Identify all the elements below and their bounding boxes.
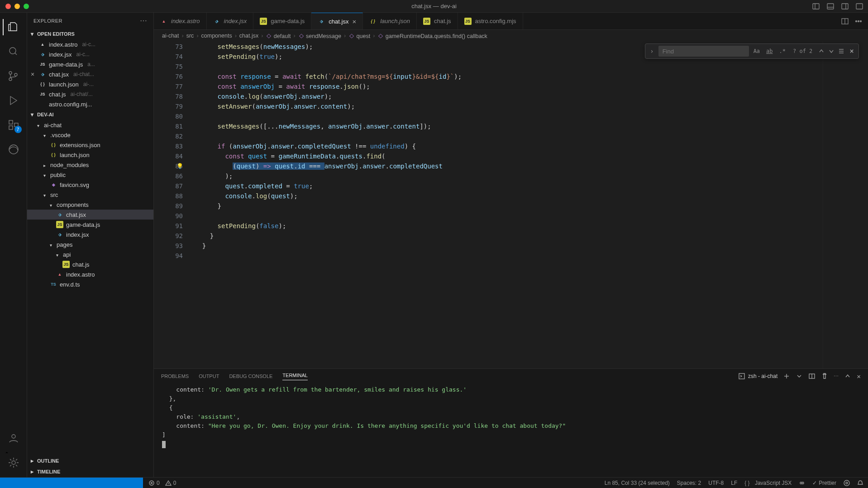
terminal-kill-icon[interactable] xyxy=(821,373,828,380)
file-item[interactable]: ◆favicon.svg xyxy=(27,180,153,190)
terminal-new-icon[interactable] xyxy=(783,373,790,380)
close-icon[interactable]: × xyxy=(352,18,356,25)
find-expand-icon[interactable]: › xyxy=(648,46,655,56)
regex-icon[interactable]: .* xyxy=(777,45,787,57)
folder-item[interactable]: ai-chat xyxy=(27,120,153,130)
terminal-dropdown-icon[interactable] xyxy=(796,373,803,380)
window-minimize[interactable] xyxy=(14,4,20,9)
close-icon[interactable]: × xyxy=(29,71,36,78)
status-encoding[interactable]: UTF-8 xyxy=(708,480,724,486)
status-prettier[interactable]: ✓ Prettier xyxy=(812,480,836,486)
extensions-view[interactable]: 7 xyxy=(3,114,24,136)
window-close[interactable] xyxy=(5,4,11,9)
status-eol[interactable]: LF xyxy=(731,480,737,486)
open-editor-item[interactable]: ▲index.astroai-c... xyxy=(27,39,153,49)
window-zoom[interactable] xyxy=(24,4,29,9)
file-item[interactable]: JSchat.js xyxy=(27,259,153,269)
editor-tab[interactable]: JSastro.config.mjs xyxy=(458,13,523,29)
minimap[interactable] xyxy=(823,42,868,368)
terminal-maximize-icon[interactable] xyxy=(844,373,851,380)
file-name: env.d.ts xyxy=(60,281,80,288)
panel-bottom-icon[interactable] xyxy=(826,2,835,10)
status-cursor[interactable]: Ln 85, Col 33 (24 selected) xyxy=(605,480,670,486)
folder-item[interactable]: node_modules xyxy=(27,160,153,170)
status-warnings[interactable]: 0 xyxy=(165,480,176,486)
panel-tab[interactable]: TERMINAL xyxy=(282,373,308,380)
accounts[interactable] xyxy=(3,427,24,449)
find-next-icon[interactable] xyxy=(828,48,835,55)
open-editor-item[interactable]: astro.config.mj... xyxy=(27,99,153,109)
find-input[interactable] xyxy=(658,46,749,57)
breadcrumb-item[interactable]: ◇ quest xyxy=(348,33,370,39)
panel-left-icon[interactable] xyxy=(812,2,820,10)
open-editor-item[interactable]: JSgame-data.jsa... xyxy=(27,59,153,69)
edge-view[interactable] xyxy=(3,139,24,160)
breadcrumb-item[interactable]: ◇ default xyxy=(266,33,291,39)
breadcrumbs[interactable]: ai-chat›src›components›chat.jsx›◇ defaul… xyxy=(154,30,868,42)
breadcrumb-item[interactable]: chat.jsx xyxy=(239,33,258,39)
editor-tab[interactable]: { }launch.json xyxy=(363,13,417,29)
editor-tab[interactable]: ⬗index.jsx xyxy=(207,13,254,29)
editor-tab[interactable]: ▲index.astro xyxy=(154,13,207,29)
breadcrumb-item[interactable]: ◇ gameRuntimeData.quests.find() callback xyxy=(377,33,487,39)
open-editor-item[interactable]: { }launch.jsonai-... xyxy=(27,79,153,89)
file-item[interactable]: { }extensions.json xyxy=(27,140,153,150)
breadcrumb-item[interactable]: ◇ sendMessage xyxy=(298,33,341,39)
open-editor-item[interactable]: ×⬗chat.jsxai-chat... xyxy=(27,69,153,79)
remote-indicator[interactable] xyxy=(0,478,143,488)
find-prev-icon[interactable] xyxy=(818,48,825,55)
match-case-icon[interactable]: Aa xyxy=(752,45,762,57)
debug-view[interactable] xyxy=(3,90,24,111)
breadcrumb-item[interactable]: components xyxy=(201,33,232,39)
editor-tab[interactable]: JSchat.js xyxy=(417,13,458,29)
panel-tab[interactable]: DEBUG CONSOLE xyxy=(229,373,272,379)
open-editor-item[interactable]: ⬗index.jsxai-c... xyxy=(27,49,153,59)
file-item[interactable]: ⬗chat.jsx xyxy=(27,210,153,220)
status-errors[interactable]: 0 xyxy=(148,480,160,486)
file-item[interactable]: { }launch.json xyxy=(27,150,153,160)
panel-tab[interactable]: OUTPUT xyxy=(199,373,219,379)
file-item[interactable]: TSenv.d.ts xyxy=(27,279,153,289)
open-editors-section[interactable]: ▾ OPEN EDITORS xyxy=(27,29,153,39)
folder-item[interactable]: api xyxy=(27,249,153,259)
terminal-shell-label[interactable]: zsh - ai-chat xyxy=(738,373,777,380)
file-item[interactable]: ⬗index.jsx xyxy=(27,230,153,239)
settings[interactable] xyxy=(3,452,24,474)
file-item[interactable]: JSgame-data.js xyxy=(27,220,153,230)
search-view[interactable] xyxy=(3,41,24,62)
layout-icon[interactable] xyxy=(855,2,863,10)
editor[interactable]: 7374757677787980818283848586878889909192… xyxy=(154,42,868,368)
terminal-output[interactable]: content: 'Dr. Owen gets a refill from th… xyxy=(154,383,868,477)
terminal-close-icon[interactable]: × xyxy=(857,373,861,380)
status-bell-icon[interactable] xyxy=(857,480,863,486)
status-language[interactable]: { } JavaScript JSX xyxy=(744,480,792,486)
explorer-view[interactable] xyxy=(3,16,24,38)
panel-right-icon[interactable] xyxy=(841,2,849,10)
folder-item[interactable]: .vscode xyxy=(27,130,153,140)
file-item[interactable]: ▲index.astro xyxy=(27,269,153,279)
code-content[interactable]: setMessages(newMessages); setPending(tru… xyxy=(195,42,823,368)
breadcrumb-item[interactable]: src xyxy=(186,33,194,39)
workspace-section[interactable]: ▾ DEV-AI xyxy=(27,109,153,120)
editor-tab[interactable]: JSgame-data.js xyxy=(253,13,311,29)
folder-item[interactable]: src xyxy=(27,190,153,200)
explorer-more-icon[interactable]: ⋯ xyxy=(140,16,148,25)
split-editor-icon[interactable] xyxy=(841,17,849,25)
breadcrumb-item[interactable]: ai-chat xyxy=(162,33,179,39)
editor-tab[interactable]: ⬗chat.jsx× xyxy=(311,13,363,29)
status-copilot[interactable] xyxy=(799,480,805,486)
more-icon[interactable] xyxy=(854,17,863,25)
match-word-icon[interactable]: ab xyxy=(764,45,774,57)
scm-view[interactable] xyxy=(3,65,24,87)
folder-item[interactable]: public xyxy=(27,170,153,180)
folder-item[interactable]: pages xyxy=(27,239,153,249)
terminal-more-icon[interactable]: ⋯ xyxy=(834,373,839,379)
terminal-split-icon[interactable] xyxy=(808,373,816,380)
open-editor-item[interactable]: JSchat.jsai-chat/... xyxy=(27,89,153,99)
panel-tab[interactable]: PROBLEMS xyxy=(161,373,189,379)
folder-item[interactable]: components xyxy=(27,200,153,210)
status-spaces[interactable]: Spaces: 2 xyxy=(677,480,701,486)
find-close-icon[interactable]: × xyxy=(848,46,856,56)
status-feedback[interactable] xyxy=(844,480,850,486)
find-selection-icon[interactable] xyxy=(838,48,845,55)
